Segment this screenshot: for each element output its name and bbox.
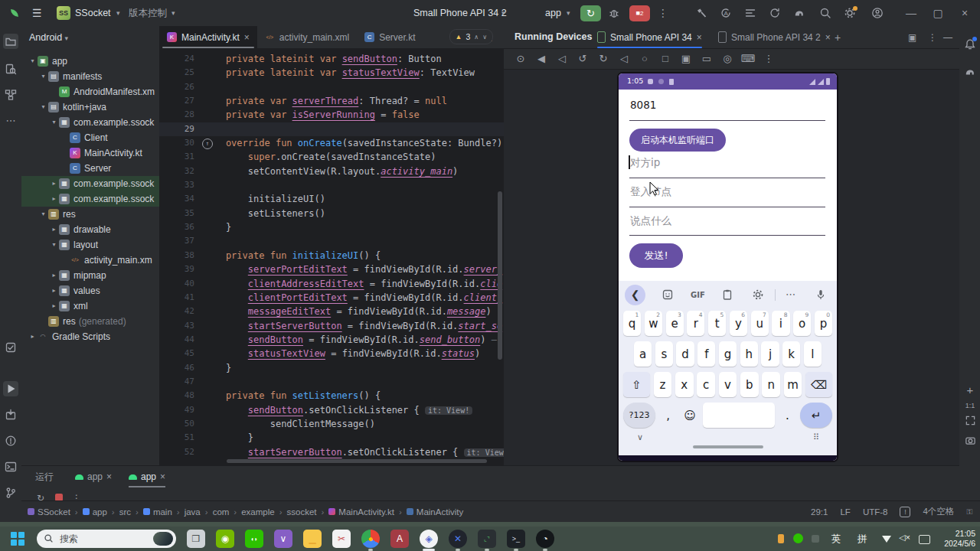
todo-icon[interactable] [3, 340, 18, 355]
tree-item-res[interactable]: ▾▥res [21, 207, 159, 222]
code-line-49[interactable]: 49 sendButton.setOnClickListener { it: V… [159, 403, 504, 417]
device-tab-1[interactable]: Small Phone API 34 × [597, 26, 702, 48]
rotate-left-icon[interactable]: ↺ [575, 51, 590, 67]
snip-tool-icon[interactable]: ⌞⌝ [478, 530, 496, 548]
project-icon[interactable] [3, 34, 18, 49]
volume-muted-icon[interactable]: ◁× [899, 533, 910, 543]
editor-vertical-scrollbar[interactable] [498, 191, 502, 360]
tree-item-androidmanifest-xm[interactable]: MAndroidManifest.xm [21, 84, 159, 99]
code-line-41[interactable]: 41 clientPortEditText = findViewById(R.i… [159, 291, 504, 305]
visual-studio-icon[interactable]: ∨ [274, 530, 292, 548]
close-icon[interactable]: × [160, 471, 165, 482]
close-icon[interactable]: × [825, 32, 831, 43]
chevron-right-icon[interactable]: ▸ [49, 191, 59, 207]
key-j[interactable]: j [761, 341, 779, 367]
chevron-down-icon[interactable]: ▾ [49, 237, 59, 253]
breadcrumb-item-ssocket[interactable]: ssocket [287, 507, 317, 517]
vcs-selector[interactable]: 版本控制 [129, 0, 167, 26]
sync-rename-icon[interactable]: A [718, 5, 733, 21]
search-highlight-image[interactable] [153, 532, 173, 546]
code-line-51[interactable]: 51 } [159, 431, 504, 445]
tree-item-com-example-ssock[interactable]: ▸▦com.example.ssock [21, 176, 159, 191]
code-line-37[interactable]: 37 [159, 234, 504, 248]
android-studio-icon[interactable]: ◈ [420, 530, 438, 548]
project-selector[interactable]: SSocket [75, 0, 111, 26]
key-i[interactable]: i8 [772, 311, 789, 336]
maximize-icon[interactable]: ▢ [930, 5, 946, 21]
tree-item-mipmap[interactable]: ▸▦mipmap [21, 268, 159, 283]
build-icon[interactable] [3, 407, 18, 422]
gif-label[interactable]: GIF [691, 291, 705, 299]
code-editor[interactable]: KMainActivity.kt×</>activity_main.xmlCSe… [159, 26, 504, 465]
breadcrumb-item-main[interactable]: main [143, 507, 172, 517]
screenshot-icon[interactable]: ▣ [678, 51, 694, 67]
tree-item-com-example-ssock[interactable]: ▸▦com.example.ssock [21, 191, 159, 207]
gradle-icon[interactable] [962, 64, 978, 80]
code-line-25[interactable]: 25 private lateinit var statusTextView: … [159, 66, 504, 80]
line-separator[interactable]: LF [840, 507, 850, 517]
gradle-sync-icon[interactable] [767, 5, 782, 21]
run-tab-2[interactable]: app × [129, 468, 165, 486]
chevron-right-icon[interactable]: ▸ [49, 222, 59, 237]
comma-key[interactable]: , [659, 403, 678, 428]
notifications-icon[interactable] [962, 37, 978, 52]
chrome-icon[interactable]: ● [361, 530, 380, 548]
enter-key[interactable]: ↵ [800, 403, 832, 428]
key-g[interactable]: g [719, 341, 737, 367]
code-line-30[interactable]: 30↑ override fun onCreate(savedInstanceS… [159, 136, 504, 150]
tree-item-gradle-scripts[interactable]: ▸◠Gradle Scripts [21, 329, 159, 344]
editor-tab-mainactivity-kt[interactable]: KMainActivity.kt× [159, 26, 257, 48]
breadcrumb-item-src[interactable]: src [119, 507, 131, 517]
collapse-keyboard-icon[interactable]: ∨ [637, 432, 643, 442]
settings-icon[interactable] [842, 5, 858, 21]
code-area[interactable]: 24 private lateinit var sendButton: Butt… [159, 52, 504, 459]
code-line-34[interactable]: 34 initializeUI() [159, 192, 504, 206]
code-line-40[interactable]: 40 clientAddressEditText = findViewById(… [159, 277, 504, 291]
tree-item-values[interactable]: ▸▦values [21, 283, 159, 298]
period-key[interactable]: . [778, 403, 796, 428]
taskbar-search[interactable]: 搜索 [37, 530, 176, 548]
float-window-icon[interactable]: ▣ [908, 26, 916, 48]
breadcrumb-item-com[interactable]: com [213, 507, 230, 517]
close-icon[interactable]: × [244, 32, 250, 43]
space-key[interactable] [703, 403, 775, 428]
tree-item-client[interactable]: CClient [21, 130, 159, 145]
chevron-right-icon[interactable]: ▸ [49, 268, 59, 283]
code-line-52[interactable]: 52 startServerButton.setOnClickListener … [159, 445, 504, 459]
key-q[interactable]: q1 [623, 311, 641, 336]
ime-indicator-en[interactable]: 英 [831, 533, 841, 546]
key-t[interactable]: t5 [708, 311, 726, 336]
rotate-right-icon[interactable]: ↻ [596, 51, 611, 67]
breadcrumb-item-java[interactable]: java [185, 507, 201, 517]
inspections-widget[interactable]: ▲ 3 ∧ ∨ [449, 29, 493, 44]
code-line-43[interactable]: 43 startServerButton = findViewById(R.id… [159, 319, 504, 333]
volume-up-icon[interactable]: ◀ [534, 51, 549, 67]
tree-item-manifests[interactable]: ▾▤manifests [21, 69, 159, 84]
key-r[interactable]: r4 [687, 311, 704, 336]
zoom-in-icon[interactable]: + [962, 383, 978, 398]
start-listen-button[interactable]: 启动本机监听端口 [629, 129, 726, 152]
terminal-icon[interactable] [3, 459, 18, 474]
build-icon[interactable] [694, 5, 709, 21]
task-view-icon[interactable]: ❒ [187, 530, 205, 548]
touchpad-tray-icon[interactable] [919, 535, 930, 544]
code-line-50[interactable]: 50 sendClientMessage() [159, 417, 504, 431]
code-line-39[interactable]: 39 serverPortEditText = findViewById(R.i… [159, 262, 504, 276]
run-tab-1[interactable]: app × [75, 468, 112, 486]
power-icon[interactable]: ⊙ [513, 51, 528, 67]
device-tab-2[interactable]: Small Phone API 34 2 × [718, 26, 831, 48]
keyboard-switch-icon[interactable]: ⠿ [813, 432, 820, 442]
key-o[interactable]: o9 [793, 311, 811, 336]
overview-icon[interactable]: □ [658, 51, 673, 67]
debug-icon[interactable] [606, 5, 622, 21]
key-e[interactable]: e3 [666, 311, 684, 336]
volume-down-icon[interactable]: ◁ [554, 51, 570, 67]
red-tool-icon[interactable]: ✂ [332, 530, 351, 548]
key-x[interactable]: x [675, 372, 694, 397]
code-line-31[interactable]: 31 super.onCreate(savedInstanceState) [159, 150, 504, 164]
nvidia-icon[interactable]: ◉ [216, 530, 234, 548]
key-a[interactable]: a [634, 341, 652, 367]
axure-icon[interactable]: A [390, 530, 409, 548]
tree-item-xml[interactable]: ▸▦xml [21, 298, 159, 314]
pull-requests-icon[interactable] [3, 61, 18, 77]
